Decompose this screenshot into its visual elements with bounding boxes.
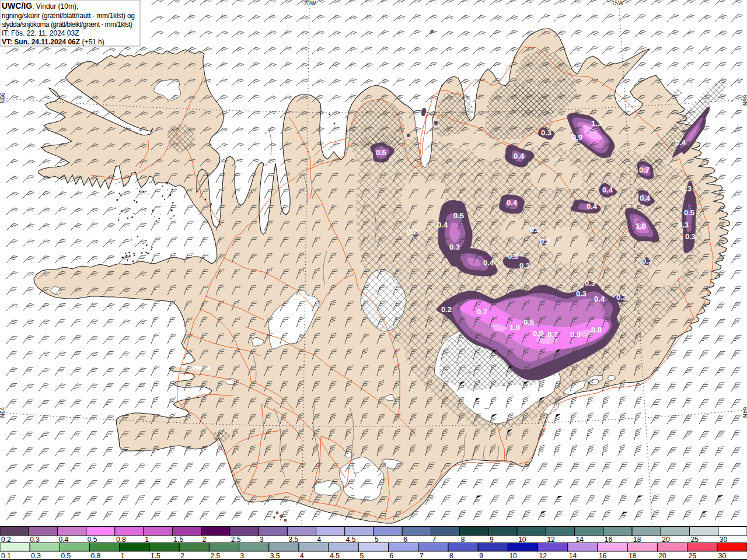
svg-text:7: 7 [420,552,424,560]
svg-text:N66: N66 [0,92,6,103]
svg-text:0.4: 0.4 [587,202,598,211]
svg-text:slydda/snjókoma (grátt/bleikt/: slydda/snjókoma (grátt/bleikt/grænt - mm… [2,20,132,29]
svg-text:VT: Sun. 24.11.2024 06Z (+51 h: VT: Sun. 24.11.2024 06Z (+51 h) [2,38,104,46]
svg-text:25: 25 [689,552,697,560]
svg-text:0.4: 0.4 [507,198,518,207]
svg-text:0.4: 0.4 [640,194,651,202]
svg-text:12: 12 [539,552,547,560]
svg-text:0.7: 0.7 [547,330,558,339]
svg-text:0.2: 0.2 [540,237,550,246]
svg-text:9: 9 [479,552,483,560]
svg-text:8: 8 [461,536,465,544]
svg-text:18: 18 [629,552,637,560]
svg-text:30: 30 [718,552,727,560]
svg-text:1: 1 [121,552,125,560]
svg-text:7: 7 [432,536,437,544]
svg-text:0.2: 0.2 [407,228,417,236]
svg-text:0.3: 0.3 [30,536,40,544]
svg-text:0.3: 0.3 [685,232,696,241]
svg-text:8: 8 [449,552,453,560]
svg-text:0.4: 0.4 [483,258,494,267]
svg-text:0.3: 0.3 [576,289,587,298]
svg-text:0.7: 0.7 [477,307,487,316]
svg-text:0.3: 0.3 [508,252,518,261]
svg-text:2: 2 [203,536,207,544]
svg-text:IT: Fös. 22. 11. 2024 03Z: IT: Fös. 22. 11. 2024 03Z [2,29,79,37]
svg-text:6: 6 [390,552,394,560]
svg-text:1.5: 1.5 [151,552,160,560]
svg-text:0.5: 0.5 [61,552,71,560]
svg-text:5: 5 [375,536,379,544]
svg-text:20W: 20W [304,0,316,6]
svg-text:0.4: 0.4 [59,536,69,544]
svg-text:14: 14 [569,552,577,560]
svg-text:0.8: 0.8 [591,326,602,334]
svg-text:0.4: 0.4 [594,295,605,303]
svg-text:0.9: 0.9 [572,133,582,142]
svg-text:16: 16 [599,552,607,560]
svg-text:3: 3 [260,536,264,544]
svg-text:3: 3 [240,552,245,560]
svg-text:30: 30 [720,536,728,544]
svg-text:0.3: 0.3 [681,184,692,193]
svg-text:1.5: 1.5 [173,536,183,544]
svg-text:0.3: 0.3 [642,257,652,265]
svg-text:2.5: 2.5 [210,552,220,560]
svg-text:0.1: 0.1 [1,552,11,560]
svg-text:4.5: 4.5 [330,552,340,560]
svg-text:3.5: 3.5 [270,552,280,560]
svg-text:0.3: 0.3 [678,220,689,229]
svg-text:2.5: 2.5 [231,536,241,544]
svg-text:0.3: 0.3 [585,279,595,288]
svg-text:0.2: 0.2 [441,305,452,314]
svg-text:4: 4 [317,536,322,544]
svg-text:0.3: 0.3 [616,293,627,302]
svg-text:64N: 64N [742,407,747,418]
svg-text:0.4: 0.4 [675,138,686,147]
svg-text:1: 1 [145,536,149,544]
svg-text:0.7: 0.7 [639,166,650,174]
svg-text:1.0: 1.0 [509,323,520,332]
svg-text:UWC/IG: Vindur (10m),: UWC/IG: Vindur (10m), [2,1,78,10]
svg-text:4.5: 4.5 [346,536,356,544]
svg-text:9: 9 [490,536,494,544]
svg-text:10: 10 [509,552,517,560]
svg-text:0.4: 0.4 [437,220,448,229]
svg-text:0.5: 0.5 [453,211,464,220]
svg-text:0.4: 0.4 [602,186,613,194]
svg-text:10: 10 [518,536,526,544]
svg-text:0.3: 0.3 [449,243,460,251]
svg-text:0.5: 0.5 [376,148,386,157]
svg-text:0.2: 0.2 [530,225,540,234]
svg-text:4: 4 [300,552,304,560]
svg-text:14: 14 [576,536,584,544]
svg-text:0.2: 0.2 [1,536,11,544]
svg-text:0.9: 0.9 [533,329,543,338]
svg-text:66N: 66N [742,95,747,106]
svg-text:0.3: 0.3 [541,128,551,137]
svg-text:20: 20 [658,552,666,560]
svg-text:15W: 15W [612,0,624,6]
svg-text:3.5: 3.5 [288,536,298,544]
svg-text:0.5: 0.5 [684,208,694,217]
svg-text:5: 5 [359,552,364,560]
svg-text:N64: N64 [0,407,6,418]
svg-text:12: 12 [547,536,555,544]
svg-text:rigning/skúrir (grænt/blátt/ra: rigning/skúrir (grænt/blátt/rautt - mm/1… [2,12,135,20]
svg-text:16: 16 [605,536,613,544]
svg-text:2: 2 [180,552,184,560]
svg-text:1.0: 1.0 [636,222,646,230]
svg-text:25: 25 [691,536,699,544]
svg-text:0.8: 0.8 [91,552,101,560]
svg-text:0.5: 0.5 [523,318,534,327]
svg-text:0.3: 0.3 [519,261,530,270]
svg-text:1.3: 1.3 [591,119,602,128]
svg-text:20: 20 [662,536,670,544]
svg-text:6: 6 [403,536,407,544]
svg-text:18: 18 [633,536,641,544]
svg-text:0.3: 0.3 [31,552,41,560]
svg-text:0.8: 0.8 [116,536,126,544]
svg-text:0.9: 0.9 [570,330,581,339]
svg-text:0.4: 0.4 [514,152,525,160]
svg-text:0.5: 0.5 [88,536,97,544]
